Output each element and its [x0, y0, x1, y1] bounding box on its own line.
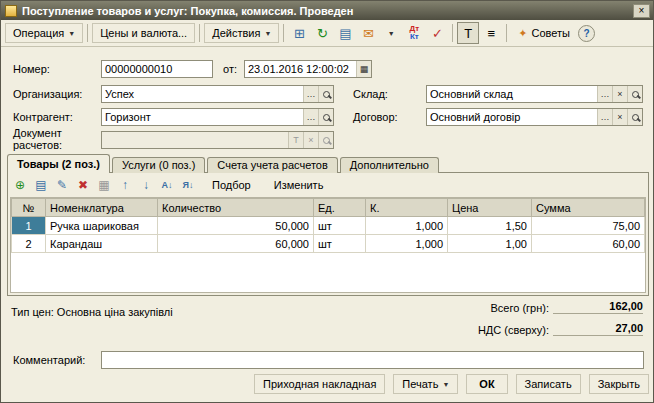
- print-button[interactable]: Печать ▼: [393, 374, 458, 394]
- close-window-button[interactable]: Закрыть: [589, 374, 649, 394]
- date-field[interactable]: 23.01.2016 12:00:02 ▦: [244, 60, 372, 78]
- tab-additional[interactable]: Дополнительно: [340, 157, 439, 173]
- cell-price[interactable]: 1,00: [448, 235, 532, 253]
- warehouse-field[interactable]: Основний склад … ×: [426, 85, 643, 103]
- magnifier-icon[interactable]: [318, 109, 333, 125]
- tab-accounts[interactable]: Счета учета расчетов: [207, 157, 337, 173]
- text-edit-button[interactable]: Т: [288, 132, 303, 148]
- col-number[interactable]: №: [12, 199, 46, 217]
- tab-goods[interactable]: Товары (2 поз.): [7, 154, 110, 173]
- settlement-doc-field[interactable]: Т ×: [101, 131, 334, 149]
- cell-quantity[interactable]: 60,000: [158, 235, 314, 253]
- calendar-icon[interactable]: ▦: [356, 61, 371, 77]
- row-marker[interactable]: 2: [12, 235, 46, 253]
- select-button[interactable]: …: [303, 109, 318, 125]
- mail-icon[interactable]: ✉: [357, 22, 379, 44]
- price-type-label: Тип цен: Основна ціна закупівлі: [11, 306, 173, 318]
- advice-icon: ✦: [518, 27, 527, 40]
- cell-quantity[interactable]: 50,000: [158, 217, 314, 235]
- cell-coef[interactable]: 1,000: [366, 217, 448, 235]
- sort-asc-icon[interactable]: А↓: [157, 175, 177, 195]
- change-button[interactable]: Изменить: [265, 175, 333, 195]
- table-row: 1 Ручка шариковая 50,000 шт 1,000 1,50 7…: [12, 217, 645, 235]
- number-field[interactable]: 00000000010: [101, 60, 213, 78]
- actions-menu-label: Действия: [212, 27, 260, 39]
- magnifier-icon[interactable]: [318, 86, 333, 102]
- help-icon[interactable]: ?: [578, 25, 595, 42]
- document-icon: [5, 5, 17, 17]
- magnifier-glyph: [323, 114, 330, 121]
- toolbar-separator: [87, 24, 88, 42]
- document-window: Поступление товаров и услуг: Покупка, ко…: [0, 0, 654, 403]
- col-price[interactable]: Цена: [448, 199, 532, 217]
- advices-button[interactable]: ✦ Советы: [511, 24, 577, 43]
- operation-menu-button[interactable]: Операция ▼: [5, 23, 83, 43]
- actions-menu-button[interactable]: Действия ▼: [204, 23, 279, 43]
- copy-document-icon[interactable]: ▤: [334, 22, 356, 44]
- col-nomenclature[interactable]: Номенклатура: [46, 199, 158, 217]
- cell-nomenclature[interactable]: Ручка шариковая: [46, 217, 158, 235]
- contract-field[interactable]: Основний договір … ×: [426, 108, 643, 126]
- move-up-icon[interactable]: ↑: [115, 175, 135, 195]
- move-down-icon[interactable]: ↓: [136, 175, 156, 195]
- select-button[interactable]: …: [597, 109, 612, 125]
- edit-row-icon[interactable]: ✎: [52, 175, 72, 195]
- clear-button[interactable]: ×: [303, 132, 318, 148]
- prices-currency-button[interactable]: Цены и валюта...: [92, 23, 195, 43]
- select-button[interactable]: …: [597, 86, 612, 102]
- structure-icon[interactable]: ≡: [480, 22, 502, 44]
- end-edit-icon[interactable]: ▦: [94, 175, 114, 195]
- check-icon[interactable]: ✓: [426, 22, 448, 44]
- col-coef[interactable]: К.: [366, 199, 448, 217]
- add-row-icon[interactable]: ⊕: [10, 175, 30, 195]
- advices-label: Советы: [532, 27, 570, 39]
- save-button[interactable]: Записать: [516, 374, 581, 394]
- receipt-invoice-button[interactable]: Приходная накладная: [254, 374, 385, 394]
- cell-price[interactable]: 1,50: [448, 217, 532, 235]
- bottom-button-bar: Приходная накладная Печать ▼ ОК Записать…: [254, 374, 649, 394]
- cell-sum[interactable]: 75,00: [532, 217, 645, 235]
- magnifier-glyph: [632, 91, 639, 98]
- col-quantity[interactable]: Количество: [158, 199, 314, 217]
- clear-button[interactable]: ×: [612, 109, 627, 125]
- toolbar-separator: [283, 24, 284, 42]
- cell-coef[interactable]: 1,000: [366, 235, 448, 253]
- print-label: Печать: [402, 378, 438, 390]
- cell-nomenclature[interactable]: Карандаш: [46, 235, 158, 253]
- cell-unit[interactable]: шт: [314, 235, 366, 253]
- row-marker[interactable]: 1: [12, 217, 46, 235]
- table-header-row: № Номенклатура Количество Ед. К. Цена Су…: [12, 199, 645, 217]
- more-actions-dropdown-icon[interactable]: ▼: [380, 22, 402, 44]
- vat-label: НДС (сверху):: [419, 324, 549, 336]
- magnifier-icon[interactable]: [318, 132, 333, 148]
- text-toggle-icon[interactable]: Т: [457, 22, 479, 44]
- clear-button[interactable]: ×: [612, 86, 627, 102]
- number-label: Номер:: [13, 63, 50, 75]
- reread-icon[interactable]: ↻: [311, 22, 333, 44]
- pick-button[interactable]: Подбор: [203, 175, 260, 195]
- close-button[interactable]: ×: [633, 4, 650, 18]
- select-button[interactable]: …: [303, 86, 318, 102]
- sort-desc-icon[interactable]: Я↓: [178, 175, 198, 195]
- copy-row-icon[interactable]: ▤: [31, 175, 51, 195]
- magnifier-icon[interactable]: [627, 86, 642, 102]
- organization-field[interactable]: Успех …: [101, 85, 334, 103]
- dt-kt-posting-icon[interactable]: Дт Кт: [403, 22, 425, 44]
- comment-label: Комментарий:: [13, 354, 85, 366]
- contract-value: Основний договір: [427, 111, 597, 123]
- goods-grid: № Номенклатура Количество Ед. К. Цена Су…: [10, 197, 646, 293]
- journal-icon[interactable]: ⊞: [288, 22, 310, 44]
- cell-unit[interactable]: шт: [314, 217, 366, 235]
- table-row: 2 Карандаш 60,000 шт 1,000 1,00 60,00: [12, 235, 645, 253]
- tab-services[interactable]: Услуги (0 поз.): [112, 157, 205, 173]
- ok-button[interactable]: ОК: [466, 374, 507, 394]
- comment-field[interactable]: [101, 351, 644, 369]
- col-sum[interactable]: Сумма: [532, 199, 645, 217]
- main-toolbar: Операция ▼ Цены и валюта... Действия ▼ ⊞…: [1, 20, 653, 47]
- col-unit[interactable]: Ед.: [314, 199, 366, 217]
- delete-row-icon[interactable]: ✖: [73, 175, 93, 195]
- magnifier-icon[interactable]: [627, 109, 642, 125]
- cell-sum[interactable]: 60,00: [532, 235, 645, 253]
- magnifier-glyph: [323, 137, 330, 144]
- contractor-field[interactable]: Горизонт …: [101, 108, 334, 126]
